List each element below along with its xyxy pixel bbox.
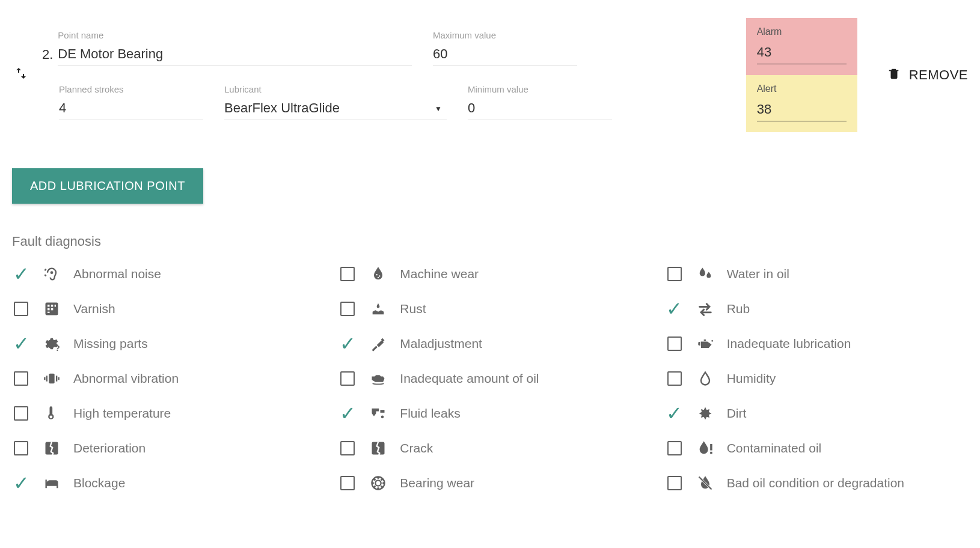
fault-item[interactable]: ✓?Missing parts xyxy=(12,334,314,353)
point-index: 2. xyxy=(42,47,53,66)
check-icon[interactable]: ✓ xyxy=(338,404,357,422)
svg-rect-18 xyxy=(710,444,712,451)
fault-label: Deterioration xyxy=(73,441,145,455)
fault-item[interactable]: Humidity xyxy=(666,369,968,388)
fault-item[interactable]: Contaminated oil xyxy=(666,439,968,458)
svg-point-3 xyxy=(378,277,379,278)
checkbox[interactable] xyxy=(338,370,357,388)
remove-button[interactable]: REMOVE xyxy=(869,67,968,84)
svg-point-14 xyxy=(50,416,53,419)
fault-item[interactable]: ✓Blockage xyxy=(12,473,314,493)
fault-label: Machine wear xyxy=(400,267,479,281)
arrows-lr-icon xyxy=(696,299,715,318)
fault-label: Humidity xyxy=(727,371,776,386)
checkbox[interactable] xyxy=(666,474,684,492)
screwdriver-icon xyxy=(369,334,388,353)
svg-rect-8 xyxy=(47,308,50,311)
fault-label: Abnormal vibration xyxy=(73,371,179,386)
svg-rect-10 xyxy=(47,312,50,313)
check-icon[interactable]: ✓ xyxy=(666,404,684,422)
lubricant-label: Lubricant xyxy=(224,84,447,94)
rust-icon xyxy=(369,299,388,318)
fault-item[interactable]: Inadequate lubrication xyxy=(666,334,968,353)
fault-label: Water in oil xyxy=(727,267,789,281)
alarm-input[interactable] xyxy=(757,42,847,64)
fault-item[interactable]: ✓Dirt xyxy=(666,404,968,423)
engine-oil-icon xyxy=(369,369,388,388)
checkbox[interactable] xyxy=(12,404,30,422)
checkbox[interactable] xyxy=(338,474,357,492)
max-value-input[interactable] xyxy=(433,44,577,66)
fault-label: Abnormal noise xyxy=(73,267,161,281)
check-icon[interactable]: ✓ xyxy=(12,335,30,353)
fault-item[interactable]: Rust xyxy=(338,299,641,318)
checkbox[interactable] xyxy=(338,439,357,457)
lubrication-point-row: 2. Point name Maximum value Planned stro… xyxy=(12,18,968,132)
point-name-label: Point name xyxy=(58,30,412,40)
fault-item[interactable]: Machine wear xyxy=(338,264,641,284)
fault-item[interactable]: Abnormal vibration xyxy=(12,369,314,388)
point-name-field: 2. Point name xyxy=(42,30,412,66)
check-icon[interactable]: ✓ xyxy=(12,474,30,492)
fault-item[interactable]: Bad oil condition or degradation xyxy=(666,473,968,493)
bearing-icon xyxy=(369,473,388,493)
svg-point-22 xyxy=(376,480,381,486)
checkbox[interactable] xyxy=(12,439,30,457)
point-name-input[interactable] xyxy=(58,44,412,66)
fault-label: Inadequate lubrication xyxy=(727,336,851,351)
svg-point-15 xyxy=(381,416,384,419)
fault-label: High temperature xyxy=(73,406,171,421)
fault-item[interactable]: ✓Abnormal noise xyxy=(12,264,314,284)
grid-square-icon xyxy=(42,299,61,318)
fault-item[interactable]: Inadequate amount of oil xyxy=(338,369,641,388)
remove-label: REMOVE xyxy=(909,67,968,83)
fault-item[interactable]: Deterioration xyxy=(12,439,314,458)
checkbox[interactable] xyxy=(666,265,684,283)
max-value-label: Maximum value xyxy=(433,30,577,40)
min-value-input[interactable] xyxy=(468,98,612,120)
gear-question-icon: ? xyxy=(42,334,61,353)
lubricant-select[interactable] xyxy=(224,98,447,120)
fault-label: Missing parts xyxy=(73,336,148,351)
fault-label: Blockage xyxy=(73,476,125,490)
checkbox[interactable] xyxy=(338,265,357,283)
fault-label: Dirt xyxy=(727,406,747,421)
check-icon[interactable]: ✓ xyxy=(666,300,684,318)
fault-item[interactable]: ✓Rub xyxy=(666,299,968,318)
planned-strokes-label: Planned strokes xyxy=(59,84,203,94)
fault-item[interactable]: Varnish xyxy=(12,299,314,318)
fault-item[interactable]: High temperature xyxy=(12,404,314,423)
alarm-label: Alarm xyxy=(757,26,847,37)
fault-label: Inadequate amount of oil xyxy=(400,371,539,386)
svg-text:?: ? xyxy=(55,344,60,352)
add-lubrication-point-button[interactable]: ADD LUBRICATION POINT xyxy=(12,168,203,204)
leak-icon xyxy=(369,404,388,423)
svg-point-1 xyxy=(376,274,378,275)
planned-strokes-input[interactable] xyxy=(59,98,203,120)
check-icon[interactable]: ✓ xyxy=(12,265,30,283)
svg-point-24 xyxy=(378,487,380,490)
checkbox[interactable] xyxy=(666,439,684,457)
fault-item[interactable]: Crack xyxy=(338,439,641,458)
vibration-icon xyxy=(42,369,61,388)
svg-rect-7 xyxy=(55,305,56,307)
checkbox[interactable] xyxy=(666,335,684,353)
svg-point-25 xyxy=(372,482,375,484)
checkbox[interactable] xyxy=(12,370,30,388)
drop-slash-icon xyxy=(696,473,715,493)
svg-point-20 xyxy=(47,481,50,484)
checkbox[interactable] xyxy=(12,300,30,318)
fault-item[interactable]: ✓Fluid leaks xyxy=(338,404,641,423)
alert-input[interactable] xyxy=(757,99,847,121)
drag-handle-icon[interactable] xyxy=(12,66,30,84)
checkbox[interactable] xyxy=(338,300,357,318)
fault-label: Fluid leaks xyxy=(400,406,460,421)
fault-item[interactable]: Bearing wear xyxy=(338,473,641,493)
fault-item[interactable]: Water in oil xyxy=(666,264,968,284)
svg-point-23 xyxy=(378,477,380,480)
checkbox[interactable] xyxy=(666,370,684,388)
fault-item[interactable]: ✓Maladjustment xyxy=(338,334,641,353)
fault-label: Contaminated oil xyxy=(727,441,822,455)
check-icon[interactable]: ✓ xyxy=(338,335,357,353)
crack-square-icon xyxy=(369,439,388,458)
